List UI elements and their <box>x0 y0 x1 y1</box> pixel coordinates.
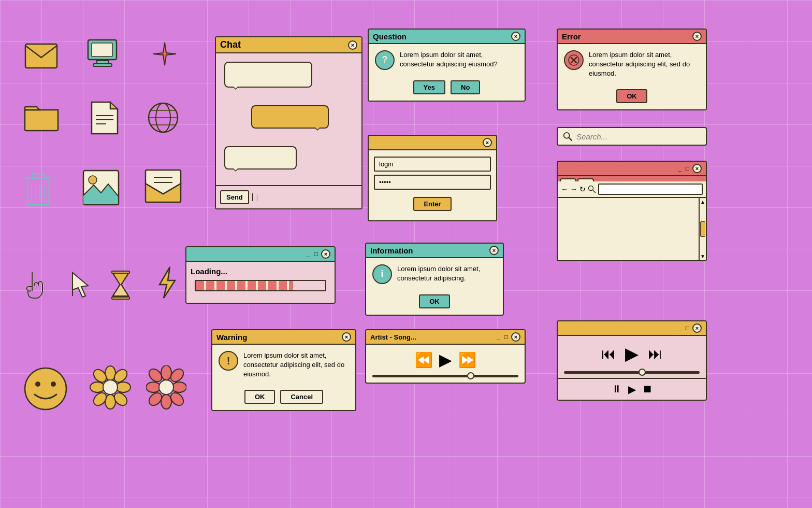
browser-minimize-button[interactable]: _ <box>677 165 683 172</box>
lightning-icon <box>153 264 181 301</box>
music-player-large: _ □ × ⏮ ▶ ⏭ ⏸ ▶ ⏹ <box>557 320 707 401</box>
music-large-titlebar: _ □ × <box>558 321 706 336</box>
browser-window: _ □ × ← → ↻ ▲ ▼ <box>557 161 707 261</box>
error-ok-button[interactable]: OK <box>616 89 647 103</box>
information-ok-button[interactable]: OK <box>419 294 450 308</box>
chat-input[interactable] <box>252 193 357 201</box>
loading-maximize-button[interactable]: □ <box>313 250 319 258</box>
send-button[interactable]: Send <box>220 190 249 204</box>
search-input[interactable] <box>576 132 701 141</box>
chat-title: Chat <box>220 39 241 50</box>
information-window: Information × i Lorem ipsum dolor sit am… <box>365 243 504 316</box>
error-close-button[interactable]: × <box>692 32 702 41</box>
error-icon <box>564 50 584 70</box>
error-title: Error <box>562 32 581 41</box>
scroll-thumb[interactable] <box>700 221 705 237</box>
globe-icon <box>142 100 184 136</box>
question-title: Question <box>373 32 407 41</box>
error-body: Lorem ipsum dolor sit amet, consectetur … <box>558 44 706 109</box>
scroll-down-icon[interactable]: ▼ <box>700 253 705 259</box>
loading-close-button[interactable]: × <box>321 249 330 259</box>
music-player-small: Artist - Song... _ □ × ⏪ ▶ ⏩ <box>365 329 526 384</box>
music-progress-thumb[interactable] <box>467 372 474 379</box>
browser-url-input[interactable] <box>598 184 703 195</box>
question-close-button[interactable]: × <box>511 32 520 41</box>
svg-point-49 <box>172 382 186 392</box>
information-body: i Lorem ipsum dolor sit amet, consectetu… <box>366 258 503 315</box>
svg-rect-20 <box>33 174 44 178</box>
browser-content: ▲ ▼ <box>558 198 706 260</box>
login-enter-button[interactable]: Enter <box>413 197 451 211</box>
music-large-body: ⏮ ▶ ⏭ ⏸ ▶ ⏹ <box>558 336 706 400</box>
question-yes-button[interactable]: Yes <box>413 80 445 94</box>
loading-progress-fill <box>196 281 293 290</box>
svg-point-36 <box>51 382 56 387</box>
pause-button[interactable]: ⏸ <box>612 383 622 396</box>
next-track-button[interactable]: ⏭ <box>648 345 662 362</box>
svg-line-61 <box>593 190 596 193</box>
music-large-controls: _ □ × <box>677 323 702 333</box>
warning-text: Lorem ipsum dolor sit amet, consectetur … <box>243 351 349 379</box>
prev-track-button[interactable]: ⏮ <box>601 345 616 362</box>
browser-refresh-button[interactable]: ↻ <box>579 185 586 193</box>
trash-icon <box>20 168 57 210</box>
browser-scrollbar[interactable]: ▲ ▼ <box>699 198 706 260</box>
information-text: Lorem ipsum dolor sit amet, consectetur … <box>397 264 497 283</box>
login-username-input[interactable] <box>374 157 491 172</box>
cursor-hand-icon <box>21 270 49 301</box>
music-large-progress-bar[interactable] <box>564 371 700 374</box>
browser-nav: ← → ↻ <box>558 181 706 198</box>
svg-point-47 <box>161 394 171 409</box>
login-close-button[interactable]: × <box>483 138 492 147</box>
scroll-up-icon[interactable]: ▲ <box>700 199 705 205</box>
browser-back-button[interactable]: ← <box>561 185 568 193</box>
music-small-maximize[interactable]: □ <box>503 333 509 341</box>
music-large-progress-thumb[interactable] <box>639 369 646 376</box>
music-large-minimize[interactable]: _ <box>677 324 683 332</box>
question-text: Lorem ipsum dolor sit amet, consectetur … <box>400 50 518 69</box>
music-large-close[interactable]: × <box>692 323 702 333</box>
svg-rect-0 <box>25 44 57 68</box>
error-text: Lorem ipsum dolor sit amet, consectetur … <box>589 50 700 79</box>
question-no-button[interactable]: No <box>451 80 480 94</box>
error-titlebar: Error × <box>558 30 706 44</box>
fast-forward-button[interactable]: ⏩ <box>458 351 476 369</box>
svg-point-39 <box>90 382 105 392</box>
svg-line-59 <box>569 138 572 140</box>
svg-rect-18 <box>27 178 49 205</box>
chat-input-area: Send <box>216 185 361 208</box>
play-large-button[interactable]: ▶ <box>625 343 639 364</box>
warning-close-button[interactable]: × <box>342 332 351 342</box>
browser-maximize-button[interactable]: □ <box>685 165 690 172</box>
music-small-minimize[interactable]: _ <box>496 333 501 341</box>
play-small-button[interactable]: ▶ <box>628 383 636 396</box>
music-large-maximize[interactable]: □ <box>685 324 690 332</box>
browser-forward-button[interactable]: → <box>570 185 577 193</box>
chat-window: Chat × Send <box>215 36 363 209</box>
loading-minimize-button[interactable]: _ <box>306 250 311 258</box>
chat-titlebar: Chat × <box>216 37 361 53</box>
music-small-controls: _ □ × <box>496 332 520 342</box>
music-small-close[interactable]: × <box>511 332 520 342</box>
svg-rect-4 <box>93 64 112 66</box>
svg-point-46 <box>161 365 171 380</box>
warning-cancel-button[interactable]: Cancel <box>280 390 323 404</box>
information-close-button[interactable]: × <box>489 246 499 255</box>
warning-ok-button[interactable]: OK <box>244 390 276 404</box>
svg-point-34 <box>25 368 66 410</box>
chat-close-button[interactable]: × <box>348 40 357 50</box>
login-password-input[interactable] <box>374 175 491 190</box>
music-progress-bar[interactable] <box>372 375 518 377</box>
svg-marker-33 <box>160 267 175 298</box>
login-titlebar: × <box>369 136 496 150</box>
music-large-secondary-controls: ⏸ ▶ ⏹ <box>558 378 706 400</box>
browser-close-button[interactable]: × <box>692 164 702 173</box>
stop-button[interactable]: ⏹ <box>642 383 653 396</box>
rewind-button[interactable]: ⏪ <box>415 351 433 369</box>
browser-tab-1[interactable] <box>560 178 576 181</box>
flower2-icon <box>144 364 188 411</box>
browser-tab-2[interactable] <box>577 178 594 181</box>
information-titlebar: Information × <box>366 244 503 258</box>
play-button[interactable]: ▶ <box>439 350 452 370</box>
loading-text: Loading... <box>191 267 330 276</box>
